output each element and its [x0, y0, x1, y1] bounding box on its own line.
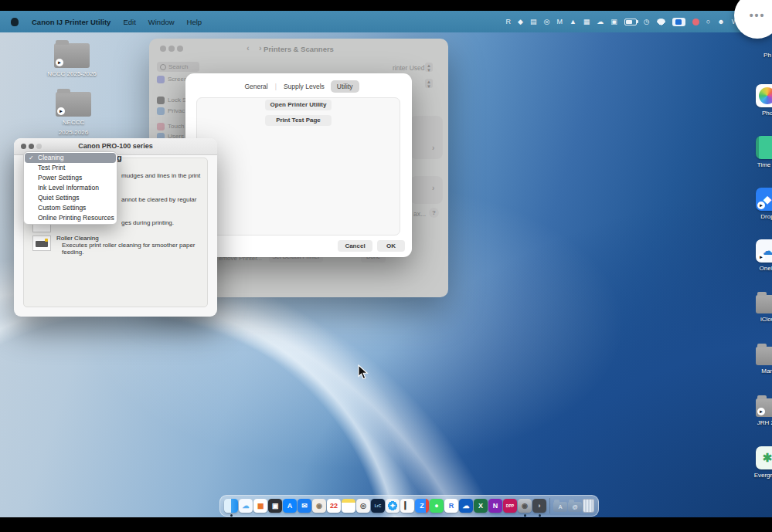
dock-documents-folder-icon[interactable]: @	[568, 502, 582, 512]
dock-applications-folder-icon[interactable]: A	[553, 502, 567, 512]
dock-icloud-icon[interactable]: ☁	[239, 499, 253, 513]
print-test-page-button[interactable]: Print Test Page	[265, 115, 332, 126]
menu-option-test-print[interactable]: Test Print	[25, 163, 116, 173]
roller-cleaning-description: Executes print roller cleaning for smoot…	[62, 242, 196, 249]
dock-canon-dpp-icon[interactable]: DPP	[503, 499, 517, 513]
menu-help[interactable]: Help	[187, 18, 202, 26]
search-input[interactable]: Search	[157, 62, 199, 72]
menu-canon-ij-printer-utility[interactable]: Canon IJ Printer Utility	[32, 18, 111, 26]
minimize-button[interactable]	[29, 144, 34, 149]
battery-icon[interactable]	[624, 19, 637, 25]
desktop-icon-pho[interactable]: Pho	[743, 84, 772, 136]
backblaze-icon[interactable]: ▲	[570, 18, 576, 25]
desktop-icon-ph[interactable]: Ph	[743, 32, 772, 84]
dock-canon-eos-utility-icon[interactable]: ◉	[518, 499, 532, 513]
desktop-icon-drop[interactable]: ◆▸Drop	[743, 188, 772, 239]
dock-photo-booth-icon[interactable]: ◎	[356, 499, 370, 513]
app-ring-icon[interactable]: ◎	[544, 18, 550, 25]
menu-option-custom-settings[interactable]: Custom Settings	[25, 203, 116, 213]
menu-edit[interactable]: Edit	[123, 18, 135, 26]
tab-utility[interactable]: Utility	[331, 80, 359, 93]
dock-launchpad-icon[interactable]: ▦	[253, 499, 267, 513]
malwarebytes-icon[interactable]: M	[556, 18, 563, 25]
dock-onenote-icon[interactable]: N	[488, 499, 502, 513]
help-button[interactable]: ?	[429, 208, 439, 218]
wifi-icon[interactable]	[657, 19, 665, 25]
folder-icon	[756, 347, 772, 365]
add-printer-fax-fragment[interactable]: ax...	[413, 210, 426, 218]
dock-mail-icon[interactable]: ✉	[298, 499, 311, 513]
zoom-button[interactable]	[36, 144, 42, 149]
safari-glyph: ✦	[389, 502, 396, 510]
dock-safari-icon[interactable]: ✦	[386, 499, 400, 513]
desktop-icon-man[interactable]: Man	[743, 343, 772, 395]
desktop-icon-jrh-20[interactable]: ▸JRH 20	[743, 395, 772, 446]
paper-size-stepper[interactable]: ▲▼	[425, 79, 433, 88]
menu-option-label: Test Print	[38, 164, 65, 171]
cancel-button[interactable]: Cancel	[338, 240, 372, 252]
roller-cleaning-icon	[32, 236, 51, 251]
menu-option-power-settings[interactable]: Power Settings	[25, 173, 116, 183]
dock-dark-utility-icon[interactable]: ◗	[532, 499, 546, 513]
roller-cleaning-description: feeding.	[62, 249, 83, 256]
open-printer-utility-button[interactable]: Open Printer Utility	[265, 100, 332, 110]
dock: ☁▦▣A✉◉22◎LrC✦▎Z●R☁XNDPP◉◗A@	[219, 495, 599, 517]
dock-notes-icon[interactable]	[342, 499, 355, 513]
display-icon[interactable]: ▤	[530, 18, 537, 25]
preview-book-glyph: ▎	[405, 502, 410, 510]
desktop-icon-iclou[interactable]: iClou	[743, 291, 772, 343]
printer-utility-dialog: General|Supply LevelsUtility Open Printe…	[185, 73, 412, 257]
screen-monitor-icon[interactable]: ▣	[610, 18, 617, 25]
desktop-folder-nccc-2025-2026[interactable]: ▸NCCC 2025-2026	[37, 39, 107, 78]
alias-badge-icon: ▸	[57, 107, 65, 115]
dock-contacts-icon[interactable]: ◉	[312, 499, 326, 513]
desktop-icon-evergr-20[interactable]: ✱Evergr 20	[743, 446, 772, 498]
dock-reolink-icon[interactable]: R	[444, 499, 458, 513]
tab-divider: |	[275, 83, 277, 90]
dock-calendar-icon[interactable]: 22	[327, 499, 341, 513]
dock-window-manager-icon[interactable]: ▣	[268, 499, 282, 513]
calendar-menu-icon[interactable]: ▦	[583, 18, 590, 25]
dock-lightroom-classic-icon[interactable]: LrC	[371, 499, 385, 513]
desktop-folder-neccc[interactable]: ▸NECCC2025-2026	[39, 87, 108, 136]
apple-menu-icon[interactable]	[11, 18, 19, 26]
logitech-icon[interactable]: R	[506, 18, 512, 25]
status-red-icon[interactable]	[692, 19, 699, 25]
folder-icon: ▸	[756, 398, 772, 417]
desktop-icon-oned[interactable]: ☁▸OneD	[743, 239, 772, 291]
tab-supply-levels[interactable]: Supply Levels	[277, 80, 331, 93]
menu-option-label: Power Settings	[38, 174, 82, 181]
weather-clouds-icon[interactable]: ☁	[597, 18, 604, 25]
printer-list-row[interactable]	[410, 176, 443, 204]
search-icon	[160, 64, 166, 70]
menu-option-cleaning[interactable]: ✓Cleaning	[25, 153, 116, 163]
spotlight-icon[interactable]: ○	[706, 18, 710, 25]
menu-option-ink-level-information[interactable]: Ink Level Information	[25, 183, 116, 193]
desktop-icon-label: JRH 20	[757, 419, 772, 426]
desktop-icon-time-m[interactable]: Time M	[743, 136, 772, 188]
dock-finder-icon[interactable]	[224, 499, 238, 513]
menu-option-quiet-settings[interactable]: Quiet Settings	[25, 193, 116, 203]
dropbox-icon[interactable]: ◆	[518, 18, 523, 25]
dock-excel-icon[interactable]: X	[474, 499, 488, 513]
default-printer-value: rinter Used	[393, 64, 425, 72]
dock-zoom-meeting-icon[interactable]: Z	[415, 499, 429, 513]
dock-onedrive-icon[interactable]: ☁	[459, 499, 473, 513]
dialog-tabs: General|Supply LevelsUtility	[185, 80, 412, 93]
dock-messages-icon[interactable]: ●	[430, 499, 444, 513]
desktop-icon-label: Time M	[757, 161, 772, 168]
menu-option-online-printing-resources[interactable]: Online Printing Resources	[25, 213, 116, 223]
tab-general[interactable]: General	[238, 80, 274, 93]
menu-window[interactable]: Window	[148, 18, 175, 26]
screen-mirroring-icon[interactable]	[672, 18, 685, 26]
close-button[interactable]	[21, 144, 26, 149]
dock-app-store-icon[interactable]: A	[283, 499, 297, 513]
ok-button[interactable]: OK	[377, 240, 405, 252]
battery-icon-fill	[626, 20, 632, 24]
default-printer-stepper[interactable]: ▲▼	[425, 63, 433, 72]
users-menu-icon[interactable]: ☻	[717, 18, 724, 25]
dock-trash-icon[interactable]	[583, 499, 594, 513]
printer-list-row[interactable]	[410, 116, 443, 159]
clock-icon[interactable]: ◷	[644, 18, 650, 25]
dock-preview-book-icon[interactable]: ▎	[400, 499, 414, 513]
